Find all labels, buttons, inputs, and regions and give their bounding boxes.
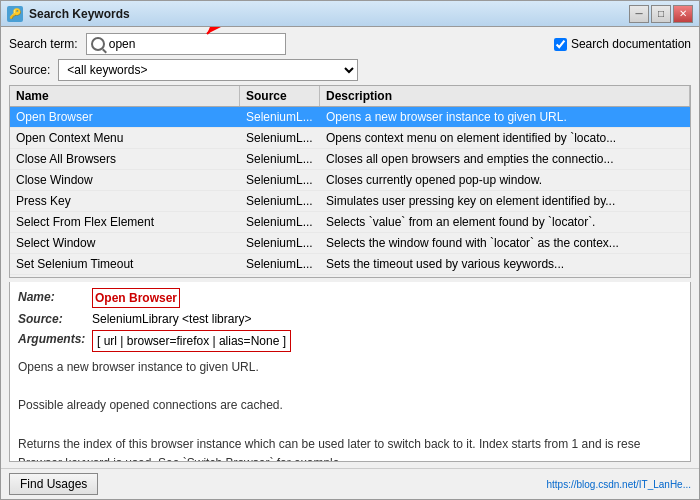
row-name: Select From Flex Element xyxy=(10,212,240,232)
title-bar-left: 🔑 Search Keywords xyxy=(7,6,130,22)
source-select[interactable]: <all keywords> xyxy=(58,59,358,81)
title-buttons: ─ □ ✕ xyxy=(629,5,693,23)
table-row[interactable]: Set Selenium Timeout SeleniumL... Sets t… xyxy=(10,254,690,275)
row-name: Open Browser xyxy=(10,107,240,127)
table-row[interactable]: Open Context Menu SeleniumL... Opens con… xyxy=(10,128,690,149)
detail-source-label: Source: xyxy=(18,310,88,328)
search-row: Search term: Search documentation xyxy=(9,33,691,55)
row-name: Open Context Menu xyxy=(10,128,240,148)
desc-line-6: Browser keyword is used. See `Switch Bro… xyxy=(18,454,682,462)
arrow-annotation xyxy=(187,27,247,42)
row-source: SeleniumL... xyxy=(240,149,320,169)
status-url: https://blog.csdn.net/IT_LanHe... xyxy=(546,479,691,490)
source-row: Source: <all keywords> xyxy=(9,59,691,81)
row-source: SeleniumL... xyxy=(240,254,320,274)
row-description: Closes currently opened pop-up window. xyxy=(320,170,690,190)
row-source: SeleniumL... xyxy=(240,170,320,190)
detail-description: Opens a new browser instance to given UR… xyxy=(18,358,682,462)
close-button[interactable]: ✕ xyxy=(673,5,693,23)
row-name: Select Window xyxy=(10,233,240,253)
find-usages-button[interactable]: Find Usages xyxy=(9,473,98,495)
row-source: SeleniumL... xyxy=(240,233,320,253)
window-title: Search Keywords xyxy=(29,7,130,21)
row-description: Sets the timeout used by various keyword… xyxy=(320,254,690,274)
row-description: Selects `value` from an element found by… xyxy=(320,212,690,232)
detail-arguments-label: Arguments: xyxy=(18,330,88,348)
search-icon xyxy=(91,37,105,51)
documentation-checkbox-label[interactable]: Search documentation xyxy=(571,37,691,51)
keywords-table: Name Source Description Open Browser Sel… xyxy=(9,85,691,278)
desc-line-3: Possible already opened connections are … xyxy=(18,396,682,415)
col-header-description: Description xyxy=(320,86,690,106)
row-source: SeleniumL... xyxy=(240,212,320,232)
row-source: SeleniumL... xyxy=(240,128,320,148)
source-label: Source: xyxy=(9,63,50,77)
detail-name-label: Name: xyxy=(18,288,88,306)
table-row[interactable]: Press Key SeleniumL... Simulates user pr… xyxy=(10,191,690,212)
row-name: Close All Browsers xyxy=(10,149,240,169)
search-input-wrapper xyxy=(86,33,286,55)
detail-section: Name: Open Browser Source: SeleniumLibra… xyxy=(9,282,691,462)
detail-arguments-value: [ url | browser=firefox | alias=None ] xyxy=(92,330,291,352)
table-row[interactable]: Select From Flex Element SeleniumL... Se… xyxy=(10,212,690,233)
row-description: Opens a new browser instance to given UR… xyxy=(320,107,690,127)
detail-name-value: Open Browser xyxy=(92,288,180,308)
row-description: Selects the window found with `locator` … xyxy=(320,233,690,253)
table-row[interactable]: Close Window SeleniumL... Closes current… xyxy=(10,170,690,191)
search-keywords-window: 🔑 Search Keywords ─ □ ✕ Search term: xyxy=(0,0,700,500)
minimize-button[interactable]: ─ xyxy=(629,5,649,23)
row-description: Simulates user pressing key on element i… xyxy=(320,191,690,211)
row-description: Closes all open browsers and empties the… xyxy=(320,149,690,169)
svg-line-1 xyxy=(207,27,237,34)
table-row[interactable]: Close All Browsers SeleniumL... Closes a… xyxy=(10,149,690,170)
row-name: Press Key xyxy=(10,191,240,211)
search-term-label: Search term: xyxy=(9,37,78,51)
detail-arguments-row: Arguments: [ url | browser=firefox | ali… xyxy=(18,330,682,352)
bottom-bar: Find Usages https://blog.csdn.net/IT_Lan… xyxy=(1,468,699,499)
col-header-source: Source xyxy=(240,86,320,106)
detail-name-row: Name: Open Browser xyxy=(18,288,682,308)
desc-line-5: Returns the index of this browser instan… xyxy=(18,435,682,454)
desc-line-4 xyxy=(18,416,682,435)
desc-line-2 xyxy=(18,377,682,396)
col-header-name: Name xyxy=(10,86,240,106)
detail-source-row: Source: SeleniumLibrary <test library> xyxy=(18,310,682,328)
row-name: Close Window xyxy=(10,170,240,190)
documentation-checkbox[interactable] xyxy=(554,38,567,51)
row-source: SeleniumL... xyxy=(240,191,320,211)
detail-source-value: SeleniumLibrary <test library> xyxy=(92,310,251,328)
desc-line-1: Opens a new browser instance to given UR… xyxy=(18,358,682,377)
title-bar: 🔑 Search Keywords ─ □ ✕ xyxy=(1,1,699,27)
row-name: Set Selenium Timeout xyxy=(10,254,240,274)
documentation-checkbox-row: Search documentation xyxy=(554,37,691,51)
row-description: Opens context menu on element identified… xyxy=(320,128,690,148)
table-row[interactable]: Open Browser SeleniumL... Opens a new br… xyxy=(10,107,690,128)
restore-button[interactable]: □ xyxy=(651,5,671,23)
window-icon: 🔑 xyxy=(7,6,23,22)
table-header: Name Source Description xyxy=(10,86,690,107)
content-area: Search term: Search documentation xyxy=(1,27,699,468)
table-body: Open Browser SeleniumL... Opens a new br… xyxy=(10,107,690,277)
row-source: SeleniumL... xyxy=(240,107,320,127)
table-row[interactable]: Select Window SeleniumL... Selects the w… xyxy=(10,233,690,254)
